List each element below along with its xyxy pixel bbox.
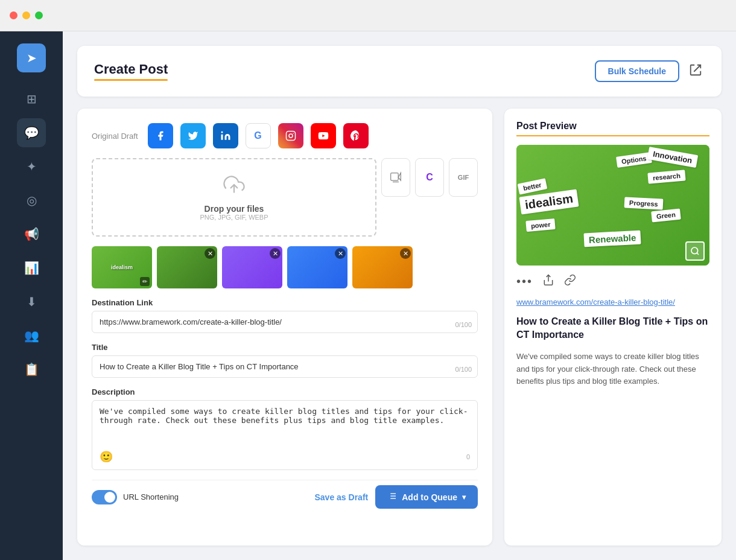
svg-line-16 [697,253,699,255]
toggle-knob [104,492,115,503]
url-shortening-toggle[interactable] [92,490,117,504]
word-research: research [647,170,685,183]
media-tool-gif[interactable]: GIF [449,158,478,197]
thumbnail-edit-icon[interactable]: ✏ [140,277,150,286]
sidebar: ➤ ⊞ 💬 ✦ ◎ 📢 📊 ⬇ 👥 📋 [0,31,63,560]
messages-icon: 💬 [24,126,39,140]
network-icon: ✦ [27,159,37,174]
preview-search-icon[interactable] [685,241,705,261]
description-textarea[interactable]: We've compiled some ways to create kille… [100,407,470,443]
destination-link-label: Destination Link [92,298,478,307]
draft-label: Original Draft [92,132,138,141]
destination-link-section: Destination Link 0/100 [92,298,478,333]
minimize-button[interactable] [22,11,30,19]
description-footer: 🙂 0 [100,450,470,463]
title-input[interactable] [92,355,478,378]
description-label: Description [92,387,478,396]
preview-card: Post Preview Options Innovation better r… [504,109,722,546]
description-section: Description We've compiled some ways to … [92,387,478,470]
sidebar-brand[interactable]: ➤ [17,43,46,72]
word-innovation: Innovation [647,147,697,168]
platforms-row: Original Draft G [92,123,478,148]
sidebar-item-downloads[interactable]: ⬇ [17,287,46,316]
analytics-icon: 📊 [24,261,39,275]
sidebar-item-support[interactable]: ◎ [17,186,46,215]
media-tool-canva[interactable]: C [415,158,444,197]
sidebar-item-analytics[interactable]: 📊 [17,253,46,282]
export-button[interactable] [687,61,705,82]
sidebar-item-messages[interactable]: 💬 [17,118,46,147]
preview-actions: ••• [516,274,709,289]
page-title: Create Post [94,62,168,81]
idealism-image: Options Innovation better research ideal… [516,145,709,266]
platform-instagram[interactable] [278,123,303,148]
preview-description: We've compiled some ways to create kille… [516,351,709,388]
save-draft-button[interactable]: Save as Draft [315,492,369,502]
thumbnail-2[interactable]: ✕ [157,246,217,288]
title-section: Title 0/100 [92,343,478,378]
platform-pinterest[interactable] [343,123,369,148]
emoji-button[interactable]: 🙂 [100,450,113,463]
word-progress: Progress [624,197,664,209]
thumbnail-4[interactable]: ✕ [287,246,347,288]
thumbnail-remove-5[interactable]: ✕ [400,248,411,259]
thumbnail-3[interactable]: ✕ [222,246,282,288]
export-icon [689,66,702,79]
preview-title: Post Preview [516,121,709,136]
destination-link-counter: 0/100 [455,321,472,328]
destination-link-input[interactable] [92,311,478,333]
media-tool-video[interactable] [381,158,410,197]
app-container: ➤ ⊞ 💬 ✦ ◎ 📢 📊 ⬇ 👥 📋 [0,31,736,560]
share-button[interactable] [542,274,554,289]
drop-zone-title: Drop your files [107,204,361,214]
svg-point-2 [289,134,293,138]
add-to-queue-button[interactable]: Add to Queue ▾ [375,485,478,509]
add-queue-label: Add to Queue [402,492,457,502]
drop-zone[interactable]: Drop your files PNG, JPG, GIF, WEBP [92,158,376,237]
queue-icon [387,491,397,503]
dashboard-icon: ⊞ [27,92,37,106]
close-button[interactable] [10,11,17,19]
thumbnail-1[interactable]: idealism ✏ [92,246,152,288]
word-options: Options [616,152,652,168]
header-actions: Bulk Schedule [595,60,705,82]
header-card: Create Post Bulk Schedule [77,46,722,97]
title-wrapper: 0/100 [92,355,478,378]
sidebar-item-team[interactable]: 👥 [17,321,46,350]
svg-marker-7 [398,173,401,181]
bulk-schedule-button[interactable]: Bulk Schedule [595,60,679,82]
sidebar-item-notes[interactable]: 📋 [17,355,46,384]
url-shortening-label: URL Shortening [123,492,179,501]
platform-twitter[interactable] [180,123,206,148]
bottom-actions: Save as Draft [315,485,478,509]
description-wrapper: We've compiled some ways to create kille… [92,400,478,470]
thumbnail-remove-4[interactable]: ✕ [335,248,346,259]
team-icon: 👥 [24,328,39,343]
thumbnail-5[interactable]: ✕ [352,246,413,288]
svg-point-0 [221,132,223,133]
main-content: Create Post Bulk Schedule Original Dr [63,31,736,560]
link-button[interactable] [564,274,576,289]
bottom-bar: URL Shortening Save as Draft [92,480,478,509]
platform-facebook[interactable] [148,123,173,148]
preview-link[interactable]: www.bramework.com/create-a-killer-blog-t… [516,298,709,307]
svg-point-3 [293,133,294,134]
title-label: Title [92,343,478,352]
thumbnail-remove-2[interactable]: ✕ [205,248,215,259]
platform-youtube[interactable] [311,123,336,148]
destination-link-wrapper: 0/100 [92,311,478,333]
platform-google[interactable]: G [246,123,271,148]
sidebar-item-campaigns[interactable]: 📢 [17,220,46,249]
platform-linkedin[interactable] [213,123,238,148]
sidebar-item-network[interactable]: ✦ [17,152,46,181]
sidebar-item-dashboard[interactable]: ⊞ [17,84,46,113]
url-shortening: URL Shortening [92,490,179,504]
description-counter: 0 [466,453,470,460]
svg-rect-1 [286,132,295,141]
more-options-button[interactable]: ••• [516,275,533,288]
maximize-button[interactable] [35,11,43,19]
word-renewable: Renewable [583,231,641,247]
brand-icon: ➤ [27,51,37,65]
campaigns-icon: 📢 [24,227,39,241]
thumbnail-remove-3[interactable]: ✕ [270,248,281,259]
